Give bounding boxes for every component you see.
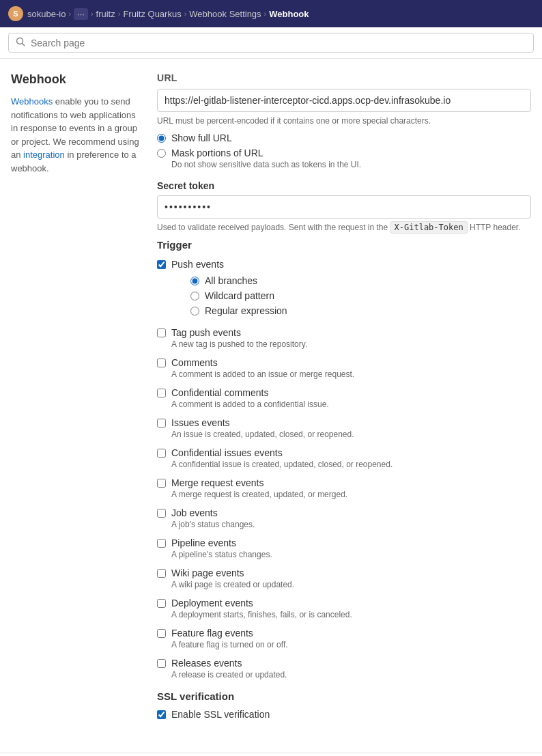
breadcrumb-project[interactable]: fruitz [96, 9, 115, 19]
all-branches-radio[interactable] [190, 277, 199, 285]
deployment-events-item: Deployment events A deployment starts, f… [157, 598, 531, 619]
action-bar: Save changes Test ▾ Delete [0, 753, 542, 756]
regular-expression-option[interactable]: Regular expression [190, 305, 287, 316]
confidential-comments-checkbox[interactable] [157, 389, 166, 397]
ssl-enable-item: Enable SSL verification [157, 709, 531, 720]
sidebar: Webhook Webhooks enable you to send noti… [11, 72, 141, 728]
url-section-label: URL [157, 72, 531, 83]
mask-portions-option[interactable]: Mask portions of URL Do not show sensiti… [157, 148, 531, 169]
mask-portions-radio[interactable] [157, 149, 166, 158]
secret-token-input[interactable] [157, 195, 531, 219]
ssl-title: SSL verification [157, 690, 531, 702]
svg-line-1 [23, 44, 25, 46]
breadcrumb-current: Webhook [269, 9, 309, 19]
feature-flag-events-checkbox[interactable] [157, 629, 166, 638]
breadcrumb-org[interactable]: sokube-io [27, 9, 66, 19]
secret-token-section: Secret token Used to validate received p… [157, 180, 531, 232]
url-section: URL URL must be percent-encoded if it co… [157, 72, 531, 169]
merge-request-events-label: Merge request events [171, 477, 263, 488]
org-avatar[interactable]: S [8, 6, 23, 21]
url-display-options: Show full URL Mask portions of URL Do no… [157, 132, 531, 169]
breadcrumb-sep-5: › [264, 10, 267, 18]
regular-expression-radio[interactable] [190, 307, 199, 316]
issues-events-checkbox[interactable] [157, 419, 166, 428]
wiki-page-events-desc: A wiki page is created or updated. [171, 580, 294, 589]
pipeline-events-label: Pipeline events [171, 537, 236, 548]
all-branches-option[interactable]: All branches [190, 275, 287, 286]
confidential-issues-events-desc: A confidential issue is created, updated… [171, 460, 393, 469]
issues-events-desc: An issue is created, updated, closed, or… [171, 430, 354, 439]
secret-token-label: Secret token [157, 180, 531, 191]
sidebar-description: Webhooks enable you to send notification… [11, 95, 141, 175]
tag-push-events-checkbox[interactable] [157, 328, 166, 337]
enable-ssl-checkbox[interactable] [157, 710, 166, 719]
feature-flag-events-content: Feature flag events A feature flag is tu… [171, 628, 288, 649]
show-full-url-option[interactable]: Show full URL [157, 132, 531, 143]
releases-events-item: Releases events A release is created or … [157, 658, 531, 680]
pipeline-events-item: Pipeline events A pipeline's status chan… [157, 537, 531, 559]
releases-events-label: Releases events [171, 658, 242, 669]
releases-events-checkbox[interactable] [157, 659, 166, 668]
push-events-content: Push events All branches Wildcard patter… [171, 259, 287, 319]
releases-events-content: Releases events A release is created or … [171, 658, 287, 680]
issues-events-label: Issues events [171, 417, 230, 428]
trigger-section: Trigger Push events All branches Wildcar… [157, 239, 531, 680]
deployment-events-desc: A deployment starts, finishes, fails, or… [171, 610, 352, 619]
deployment-events-label: Deployment events [171, 598, 253, 608]
secret-token-helper: Used to validate received payloads. Sent… [157, 223, 531, 232]
wildcard-pattern-option[interactable]: Wildcard pattern [190, 290, 287, 301]
comments-label: Comments [171, 357, 218, 368]
search-input[interactable] [31, 38, 526, 48]
confidential-issues-events-label: Confidential issues events [171, 447, 283, 458]
regular-expression-label: Regular expression [205, 305, 287, 316]
pipeline-events-content: Pipeline events A pipeline's status chan… [171, 537, 272, 559]
pipeline-events-checkbox[interactable] [157, 539, 166, 548]
breadcrumb-dots[interactable]: ··· [74, 8, 88, 20]
issues-events-content: Issues events An issue is created, updat… [171, 417, 354, 439]
all-branches-label: All branches [205, 275, 257, 286]
wiki-page-events-label: Wiki page events [171, 568, 244, 578]
webhooks-link[interactable]: Webhooks [11, 96, 53, 107]
job-events-desc: A job's status changes. [171, 520, 255, 529]
push-events-label: Push events [171, 259, 224, 270]
token-helper-code: X-Gitlab-Token [390, 221, 468, 234]
mask-portions-desc: Do not show sensitive data such as token… [171, 160, 361, 169]
breadcrumb-sep-2: › [91, 10, 94, 18]
confidential-comments-label: Confidential comments [171, 387, 268, 398]
integration-link[interactable]: integration [23, 150, 65, 160]
confidential-comments-desc: A comment is added to a confidential iss… [171, 400, 329, 409]
show-full-url-radio[interactable] [157, 134, 166, 143]
comments-content: Comments A comment is added to an issue … [171, 357, 354, 379]
job-events-checkbox[interactable] [157, 509, 166, 518]
feature-flag-events-label: Feature flag events [171, 628, 253, 639]
wildcard-pattern-label: Wildcard pattern [205, 290, 274, 301]
url-helper-text: URL must be percent-encoded if it contai… [157, 116, 531, 126]
merge-request-events-checkbox[interactable] [157, 479, 166, 488]
breadcrumb-subproject[interactable]: Fruitz Quarkus [123, 9, 181, 19]
confidential-issues-events-checkbox[interactable] [157, 449, 166, 458]
push-events-sub-radios: All branches Wildcard pattern Regular ex… [190, 275, 287, 316]
push-events-checkbox[interactable] [157, 260, 166, 269]
breadcrumb-sep-3: › [118, 10, 121, 18]
top-nav: S sokube-io › ··· › fruitz › Fruitz Quar… [0, 0, 542, 27]
breadcrumb: sokube-io › ··· › fruitz › Fruitz Quarku… [27, 8, 309, 20]
feature-flag-events-item: Feature flag events A feature flag is tu… [157, 628, 531, 649]
releases-events-desc: A release is created or updated. [171, 670, 287, 680]
push-events-item: Push events All branches Wildcard patter… [157, 259, 531, 319]
merge-request-events-item: Merge request events A merge request is … [157, 477, 531, 499]
tag-push-events-desc: A new tag is pushed to the repository. [171, 339, 307, 349]
confidential-comments-content: Confidential comments A comment is added… [171, 387, 329, 409]
deployment-events-checkbox[interactable] [157, 599, 166, 608]
merge-request-events-desc: A merge request is created, updated, or … [171, 490, 347, 499]
pipeline-events-desc: A pipeline's status changes. [171, 550, 272, 559]
job-events-label: Job events [171, 507, 218, 518]
url-input[interactable] [157, 89, 531, 112]
main-layout: Webhook Webhooks enable you to send noti… [0, 59, 542, 742]
comments-checkbox[interactable] [157, 359, 166, 367]
comments-item: Comments A comment is added to an issue … [157, 357, 531, 379]
wiki-page-events-checkbox[interactable] [157, 569, 166, 578]
breadcrumb-webhook-settings[interactable]: Webhook Settings [189, 9, 261, 19]
sidebar-title: Webhook [11, 72, 141, 87]
wildcard-pattern-radio[interactable] [190, 292, 199, 300]
breadcrumb-sep-1: › [68, 10, 71, 18]
